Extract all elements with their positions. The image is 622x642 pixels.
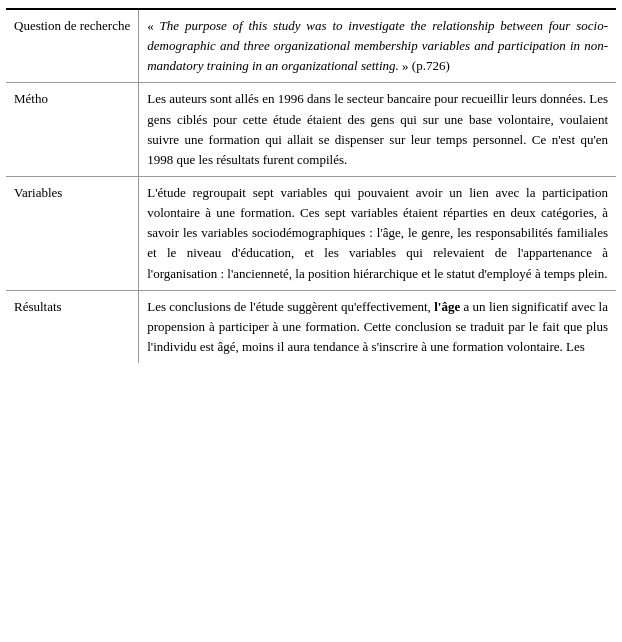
row-label-1: Métho [6, 83, 139, 177]
row-label-2: Variables [6, 176, 139, 290]
row-content-1: Les auteurs sont allés en 1996 dans le s… [139, 83, 616, 177]
row-content-0: « The purpose of this study was to inves… [139, 10, 616, 83]
table-row: RésultatsLes conclusions de l'étude sugg… [6, 290, 616, 363]
row-label-3: Résultats [6, 290, 139, 363]
row-content-2: L'étude regroupait sept variables qui po… [139, 176, 616, 290]
row-label-0: Question de recherche [6, 10, 139, 83]
row-content-3: Les conclusions de l'étude suggèrent qu'… [139, 290, 616, 363]
table-row: MéthoLes auteurs sont allés en 1996 dans… [6, 83, 616, 177]
table-row: VariablesL'étude regroupait sept variabl… [6, 176, 616, 290]
main-table: Question de recherche« The purpose of th… [6, 8, 616, 363]
table-row: Question de recherche« The purpose of th… [6, 10, 616, 83]
